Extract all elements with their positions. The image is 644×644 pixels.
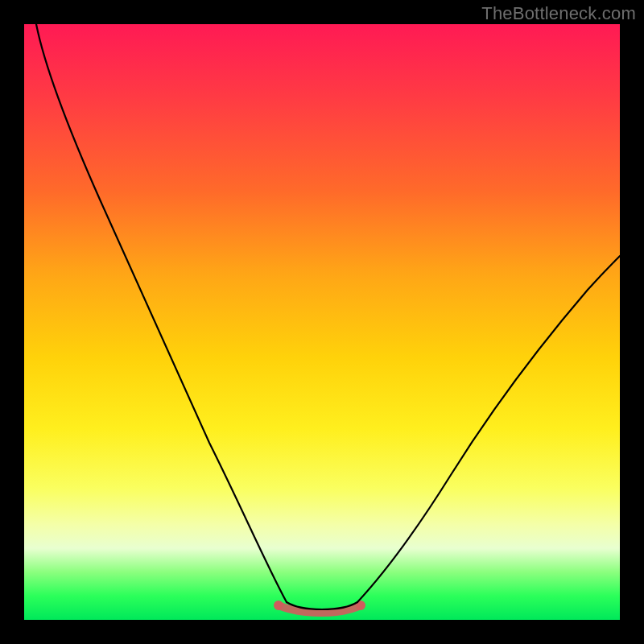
left-descent-curve [36, 24, 287, 602]
watermark-label: TheBottleneck.com [481, 3, 636, 24]
trough-start-dot [274, 601, 283, 610]
curve-overlay [24, 24, 620, 620]
chart-frame: TheBottleneck.com [0, 0, 644, 644]
right-ascent-curve [357, 256, 620, 602]
plot-area [24, 24, 620, 620]
